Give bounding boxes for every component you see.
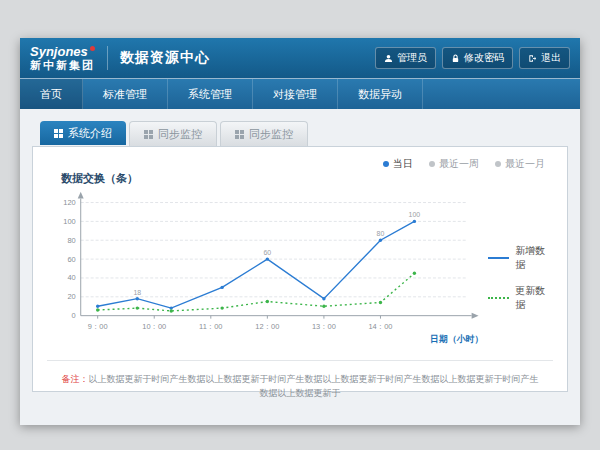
- svg-text:0: 0: [72, 311, 76, 320]
- nav-item-system-mgmt[interactable]: 系统管理: [168, 79, 253, 109]
- footnote-prefix: 备注：: [62, 374, 89, 384]
- tab-bar: 系统介绍 同步监控 同步监控: [40, 121, 568, 146]
- brand-logo-text: Synjones: [30, 45, 95, 59]
- svg-text:14：00: 14：00: [368, 322, 392, 331]
- content-area: 系统介绍 同步监控 同步监控 当日 最近一周: [20, 109, 580, 425]
- svg-text:9：00: 9：00: [88, 322, 108, 331]
- nav-item-connect-mgmt[interactable]: 对接管理: [253, 79, 338, 109]
- dot-icon: [495, 161, 501, 167]
- top-header: Synjones 新中新集团 数据资源中心 管理员 修改密码: [20, 38, 580, 78]
- nav-item-home[interactable]: 首页: [20, 79, 83, 109]
- grid-icon: [144, 130, 153, 139]
- header-actions: 管理员 修改密码 退出: [375, 47, 570, 69]
- svg-text:100: 100: [409, 211, 421, 218]
- svg-text:18: 18: [133, 289, 141, 296]
- legend-item-new-data: 新增数据: [488, 244, 555, 272]
- filter-last-week[interactable]: 最近一周: [429, 157, 479, 171]
- line-swatch-icon: [488, 297, 510, 299]
- line-swatch-icon: [488, 257, 510, 259]
- footnote: 备注：以上数据更新于时间产生数据以上数据更新于时间产生数据以上数据更新于时间产生…: [45, 361, 555, 400]
- svg-text:12：00: 12：00: [255, 322, 279, 331]
- time-filter-legend: 当日 最近一周 最近一月: [45, 157, 545, 171]
- admin-user-button[interactable]: 管理员: [375, 47, 436, 69]
- grid-icon: [235, 130, 244, 139]
- tab-sync-monitor-1[interactable]: 同步监控: [129, 121, 217, 146]
- svg-text:100: 100: [63, 217, 75, 226]
- line-chart-svg: 0204060801001209：0010：0011：0012：0013：001…: [45, 186, 488, 358]
- tab-system-intro[interactable]: 系统介绍: [40, 121, 126, 145]
- svg-text:120: 120: [63, 198, 75, 207]
- chart-panel: 当日 最近一周 最近一月 数据交换（条） 0204060801001209：00…: [32, 146, 568, 392]
- main-nav: 首页 标准管理 系统管理 对接管理 数据异动: [20, 78, 580, 109]
- logout-button[interactable]: 退出: [519, 47, 570, 69]
- user-icon: [384, 54, 393, 63]
- filter-last-month[interactable]: 最近一月: [495, 157, 545, 171]
- svg-text:13：00: 13：00: [312, 322, 336, 331]
- brand-logo-subtext: 新中新集团: [30, 59, 95, 71]
- logout-icon: [528, 54, 537, 63]
- dot-icon: [383, 161, 389, 167]
- svg-text:60: 60: [263, 249, 271, 256]
- svg-text:80: 80: [67, 236, 75, 245]
- chart-row: 0204060801001209：0010：0011：0012：0013：001…: [45, 186, 555, 358]
- svg-text:11：00: 11：00: [199, 322, 222, 331]
- series-legend: 新增数据 更新数据: [488, 244, 555, 312]
- filter-today[interactable]: 当日: [383, 157, 413, 171]
- svg-text:10：00: 10：00: [142, 322, 166, 331]
- nav-item-standard-mgmt[interactable]: 标准管理: [83, 79, 168, 109]
- svg-text:80: 80: [377, 230, 385, 237]
- app-title: 数据资源中心: [120, 49, 210, 67]
- svg-text:20: 20: [67, 292, 75, 301]
- dot-icon: [429, 161, 435, 167]
- tab-sync-monitor-2[interactable]: 同步监控: [220, 121, 308, 146]
- brand-logo[interactable]: Synjones 新中新集团: [30, 45, 95, 71]
- logo-red-dot-icon: [90, 46, 95, 51]
- nav-item-data-change[interactable]: 数据异动: [338, 79, 423, 109]
- svg-text:40: 40: [67, 273, 75, 282]
- change-password-button[interactable]: 修改密码: [442, 47, 513, 69]
- legend-item-updated-data: 更新数据: [488, 284, 555, 312]
- svg-text:日期（小时）: 日期（小时）: [430, 334, 484, 344]
- lock-icon: [451, 54, 460, 63]
- svg-text:60: 60: [67, 255, 75, 264]
- header-divider: [107, 46, 108, 70]
- grid-icon: [54, 129, 63, 138]
- app-window: Synjones 新中新集团 数据资源中心 管理员 修改密码: [20, 38, 580, 424]
- y-axis-title: 数据交换（条）: [61, 171, 555, 186]
